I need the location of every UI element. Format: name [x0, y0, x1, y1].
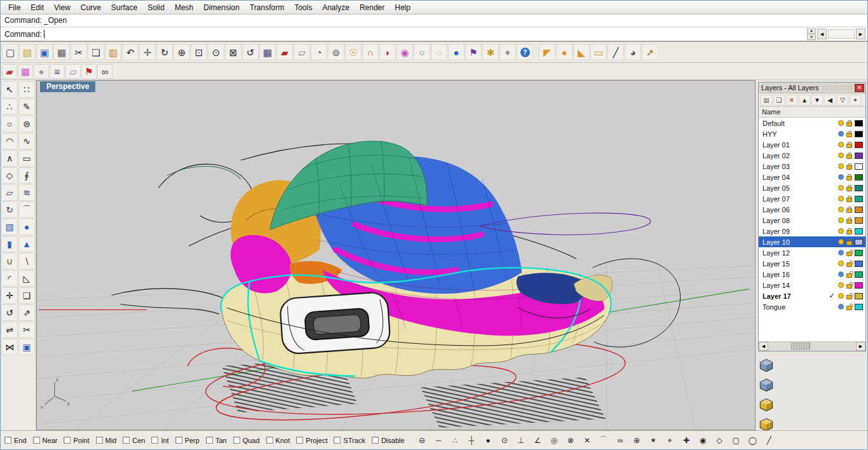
checkbox-icon[interactable] — [123, 437, 130, 444]
layer-visibility-bulb-icon[interactable] — [838, 142, 844, 147]
toolbar-separator[interactable] — [534, 44, 538, 60]
slash-tool-icon[interactable]: ╱ — [762, 433, 776, 447]
arrow-return-icon[interactable]: ◣ — [573, 44, 590, 60]
osnap-disable-toggle[interactable]: Disable — [372, 437, 405, 444]
fillet-icon[interactable]: ◜ — [1, 270, 18, 287]
trim-icon[interactable]: ✂ — [18, 322, 35, 338]
select-arrow-icon[interactable]: ↖ — [1, 81, 18, 98]
sphere-blue-icon[interactable]: ● — [448, 44, 465, 60]
rectangle-tool-icon[interactable]: ▭ — [590, 44, 607, 60]
layer-color-swatch[interactable] — [855, 153, 863, 159]
layer-visibility-bulb-icon[interactable] — [838, 282, 844, 288]
osnap-perp-toggle[interactable]: Perp — [175, 437, 200, 444]
box-icon[interactable]: ▧ — [1, 219, 18, 235]
revolve-icon[interactable]: ↻ — [1, 201, 18, 218]
sphere-white-icon[interactable]: ○ — [414, 44, 430, 60]
history-scroll-left-button[interactable]: ◀ — [817, 29, 827, 39]
osnap-star-icon[interactable]: ✶ — [646, 433, 661, 447]
osnap-circle-icon[interactable]: ⊙ — [498, 433, 512, 447]
menu-view[interactable]: View — [49, 2, 76, 13]
layer-visibility-bulb-icon[interactable] — [838, 271, 844, 277]
layer-visibility-bulb-icon[interactable] — [838, 250, 844, 256]
layer-row[interactable]: Layer 16 ✓ — [759, 269, 865, 280]
layer-row[interactable]: HYY ✓ — [759, 128, 865, 139]
layer-row[interactable]: Layer 07 ✓ — [759, 193, 865, 204]
osnap-target-icon[interactable]: ⌖ — [663, 433, 677, 447]
gear-icon[interactable]: ✱ — [482, 44, 499, 60]
layer-visibility-bulb-icon[interactable] — [838, 120, 844, 126]
layer-lock-icon[interactable] — [846, 306, 852, 310]
cplane-icon[interactable]: ⌖ — [499, 44, 516, 60]
layer-color-swatch[interactable] — [855, 185, 863, 191]
osnap-delete-icon[interactable]: ✕ — [580, 433, 595, 447]
osnap-line-icon[interactable]: ─ — [431, 433, 446, 447]
layer-visibility-bulb-icon[interactable] — [838, 239, 844, 245]
checkbox-icon[interactable] — [296, 437, 303, 444]
ellipse-icon[interactable]: ⊜ — [18, 116, 35, 132]
rotate-view-icon[interactable]: ↻ — [156, 44, 173, 60]
layer-row[interactable]: Layer 17 ✓ — [759, 290, 865, 301]
control-point-icon[interactable]: ∴ — [1, 99, 18, 115]
layer-color-swatch[interactable] — [855, 163, 863, 170]
curve-arrow-icon[interactable]: ↗ — [642, 44, 658, 60]
perspective-viewport[interactable]: Perspective — [36, 80, 756, 430]
checkbox-icon[interactable] — [233, 437, 240, 444]
checkbox-icon[interactable] — [175, 437, 182, 444]
layer-lock-icon[interactable] — [846, 122, 852, 126]
menu-analyze[interactable]: Analyze — [317, 2, 355, 13]
layer-color-swatch[interactable] — [855, 174, 863, 181]
layer-visibility-bulb-icon[interactable] — [838, 153, 844, 158]
checkbox-icon[interactable] — [372, 437, 379, 444]
panel-grip[interactable] — [823, 85, 853, 91]
layer-lock-icon[interactable] — [846, 208, 852, 213]
menu-transform[interactable]: Transform — [245, 2, 289, 13]
layer-lock-icon[interactable] — [846, 284, 852, 289]
undo-icon[interactable]: ↶ — [122, 44, 139, 60]
arrow-tool-icon[interactable]: ◤ — [539, 44, 555, 60]
shaded-view-icon[interactable]: ◔ — [311, 44, 327, 60]
filter-icon[interactable]: ▽ — [837, 95, 848, 106]
polygon-icon[interactable]: ◇ — [1, 167, 18, 184]
stereo-view-icon[interactable]: ∞ — [97, 64, 112, 79]
layer-color-swatch[interactable] — [855, 271, 863, 278]
layer-row[interactable]: Layer 15 ✓ — [759, 258, 865, 269]
viewport-canvas[interactable]: z x y — [37, 81, 755, 430]
point-tool-icon[interactable]: ● — [556, 44, 573, 60]
checkbox-icon[interactable] — [151, 437, 158, 444]
layer-visibility-bulb-icon[interactable] — [838, 185, 844, 191]
layer-color-swatch[interactable] — [855, 207, 863, 213]
freeform-curve-icon[interactable]: ∿ — [18, 133, 35, 149]
render-preview-icon[interactable]: ▱ — [294, 44, 310, 60]
layer-color-swatch[interactable] — [855, 304, 863, 310]
osnap-add-icon[interactable]: ⊕ — [630, 433, 644, 447]
layer-row[interactable]: Tongue ✓ — [759, 301, 865, 312]
osnap-center-icon[interactable]: ⊖ — [415, 433, 430, 447]
new-file-icon[interactable]: ▢ — [2, 44, 18, 60]
layer-row[interactable]: Layer 04 ✓ — [759, 172, 865, 182]
layer-row[interactable]: Layer 08 ✓ — [759, 215, 865, 226]
copy-object-icon[interactable]: ❏ — [18, 287, 35, 304]
history-scroll-right-button[interactable]: ▶ — [856, 29, 865, 39]
layer-visibility-bulb-icon[interactable] — [838, 174, 844, 180]
menu-solid[interactable]: Solid — [142, 2, 170, 13]
osnap-end-toggle[interactable]: End — [4, 437, 27, 444]
osnap-point-toggle[interactable]: Point — [64, 437, 89, 444]
zoom-selected-icon[interactable]: ⊙ — [208, 44, 224, 60]
layer-visibility-bulb-icon[interactable] — [838, 207, 844, 212]
osnap-concentric-icon[interactable]: ◎ — [547, 433, 562, 447]
circle-icon[interactable]: ○ — [1, 116, 18, 132]
pencil-edit-icon[interactable]: ✎ — [18, 99, 35, 115]
view-cube-steel-icon-1[interactable] — [759, 358, 774, 373]
save-icon[interactable]: ▣ — [36, 44, 53, 60]
osnap-strack-toggle[interactable]: STrack — [334, 437, 365, 444]
layer-visibility-bulb-icon[interactable] — [838, 163, 844, 169]
layer-color-swatch[interactable] — [855, 239, 863, 245]
move-up-icon[interactable]: ▲ — [799, 95, 810, 106]
layer-row[interactable]: Layer 09 ✓ — [759, 226, 865, 236]
move-icon[interactable]: ✛ — [1, 287, 18, 304]
osnap-dot-icon[interactable]: ● — [481, 433, 496, 447]
layer-lock-icon[interactable] — [846, 133, 852, 137]
gumball-icon[interactable]: ✚ — [679, 433, 694, 447]
menu-curve[interactable]: Curve — [76, 2, 106, 13]
layer-tools-icon[interactable]: ✦ — [850, 95, 861, 106]
